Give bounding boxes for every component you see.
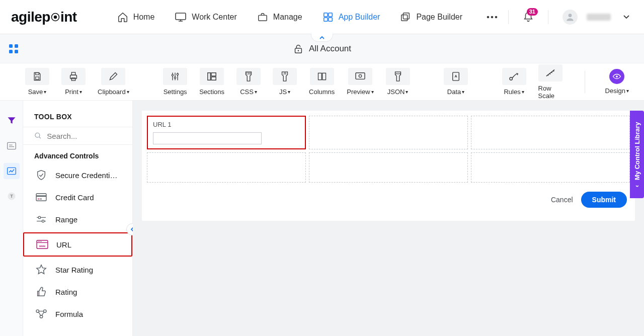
tb-columns-label: Columns (309, 88, 335, 96)
toolbar: Save▾ Print▾ Clipboard▾ Settings Section… (0, 63, 644, 101)
workspace: T TOOL BOX Advanced Controls Secure Cred… (0, 101, 644, 336)
grid-cell-url[interactable]: URL 1 (147, 116, 306, 149)
tb-columns[interactable]: Columns (309, 68, 335, 96)
grid-cell-empty[interactable] (309, 116, 468, 149)
grid-cell-empty[interactable] (471, 152, 630, 183)
apps-menu-button[interactable] (7, 42, 20, 55)
tb-design-label: Design (605, 87, 625, 95)
toolbox-search[interactable] (23, 127, 132, 145)
tb-settings-label: Settings (164, 88, 187, 96)
grid-cell-empty[interactable] (147, 152, 306, 183)
control-library-label: My Control Library (633, 122, 641, 180)
star-icon (34, 264, 48, 276)
toolbox-item-secure[interactable]: Secure Credenti… (23, 164, 132, 186)
svg-point-26 (174, 77, 176, 78)
tb-json[interactable]: JSON JSON▾ (386, 68, 410, 96)
toolbox-list: Secure Credenti… Credit Card Range www U… (23, 164, 132, 325)
chevron-down-icon: ▾ (127, 89, 129, 95)
toolbox-item-range[interactable]: Range (23, 208, 132, 230)
grid-cell-empty[interactable] (309, 152, 468, 183)
toolbox-search-input[interactable] (47, 132, 121, 140)
svg-point-19 (298, 50, 299, 51)
tb-settings[interactable]: Settings (163, 68, 187, 96)
svg-text:CSS: CSS (246, 72, 251, 75)
eye-icon (609, 69, 624, 84)
nav-manage[interactable]: Manage (257, 12, 302, 22)
nav-pagebuilder[interactable]: Page Builder (400, 12, 462, 23)
chevron-down-icon (623, 15, 630, 20)
tb-print[interactable]: Print▾ (61, 68, 86, 96)
home-icon (117, 12, 128, 23)
grid-icon (323, 12, 334, 23)
tb-js-label: JS (279, 88, 287, 96)
tb-preview[interactable]: Preview▾ (347, 68, 373, 96)
tb-rowscale[interactable]: Row Scale (538, 64, 562, 100)
nav-more[interactable] (482, 16, 502, 19)
data-icon: A (444, 68, 468, 85)
tb-save[interactable]: Save▾ (25, 68, 49, 96)
tb-css[interactable]: CSS CSS▾ (236, 68, 261, 96)
more-dots-icon (487, 16, 498, 19)
svg-point-54 (38, 241, 39, 242)
control-library-dock[interactable]: ‹ My Control Library (630, 111, 644, 198)
svg-rect-24 (71, 78, 75, 80)
notifications-button[interactable]: 31 (523, 11, 534, 23)
css-icon: CSS (236, 68, 261, 85)
tb-data[interactable]: A Data▾ (444, 68, 468, 96)
toolbox-item-label: Star Rating (55, 266, 93, 274)
user-menu-caret[interactable] (620, 15, 633, 20)
rail-text-button[interactable]: T (4, 188, 20, 204)
toolbox-item-creditcard[interactable]: Credit Card (23, 186, 132, 208)
svg-rect-17 (15, 50, 18, 53)
tb-js[interactable]: JS JS▾ (273, 68, 297, 96)
svg-rect-28 (208, 73, 210, 80)
toolbox-item-formula[interactable]: Formula (23, 303, 132, 325)
rules-icon (502, 68, 526, 85)
tb-design[interactable]: Design▾ (605, 69, 629, 95)
nav-appbuilder[interactable]: App Builder (323, 12, 380, 23)
svg-point-11 (491, 16, 494, 18)
js-icon: JS (273, 68, 297, 85)
submit-button[interactable]: Submit (581, 192, 627, 208)
chart-icon (7, 166, 17, 176)
svg-rect-22 (70, 75, 77, 78)
user-avatar[interactable] (562, 10, 578, 25)
svg-point-40 (510, 77, 512, 80)
side-rail: T (0, 101, 23, 336)
top-nav: agilepint Home Work Center Manage App Bu… (0, 0, 644, 34)
svg-point-52 (42, 220, 44, 222)
svg-point-55 (39, 241, 40, 242)
chevron-down-icon: ▾ (406, 89, 408, 95)
rail-chart-button[interactable] (4, 163, 20, 179)
tb-rules[interactable]: Rules▾ (502, 68, 526, 96)
toolbox-item-starrating[interactable]: Star Rating (23, 259, 132, 281)
svg-rect-21 (36, 77, 39, 79)
nav-home-label: Home (133, 13, 155, 22)
url-input[interactable] (153, 132, 262, 144)
svg-rect-30 (211, 77, 216, 80)
nav-home[interactable]: Home (117, 12, 155, 23)
svg-point-56 (41, 241, 42, 242)
rail-form-button[interactable] (4, 138, 20, 154)
print-icon (61, 68, 86, 85)
rail-filter-button[interactable] (4, 113, 20, 129)
apps-grid-icon (8, 43, 19, 54)
form-canvas: URL 1 Cancel Submit (142, 111, 635, 221)
nav-right: 31 (503, 10, 633, 25)
nav-workcenter[interactable]: Work Center (175, 12, 237, 22)
toolbox-item-url[interactable]: www URL (23, 232, 132, 257)
svg-rect-50 (40, 199, 42, 200)
cancel-button[interactable]: Cancel (551, 196, 573, 204)
columns-icon (310, 68, 334, 85)
tb-clipboard[interactable]: Clipboard▾ (98, 68, 129, 96)
toolbox-item-label: Credit Card (55, 193, 94, 202)
topnav-collapse-button[interactable] (311, 34, 333, 42)
svg-rect-4 (324, 13, 327, 16)
tb-sections[interactable]: Sections (199, 68, 224, 96)
funnel-icon (7, 116, 17, 126)
toolbox-item-rating[interactable]: Rating (23, 281, 132, 303)
tb-sections-label: Sections (199, 88, 224, 96)
grid-cell-empty[interactable] (471, 116, 630, 149)
nav-divider-2 (548, 10, 548, 24)
canvas-area: URL 1 Cancel Submit (133, 101, 644, 336)
